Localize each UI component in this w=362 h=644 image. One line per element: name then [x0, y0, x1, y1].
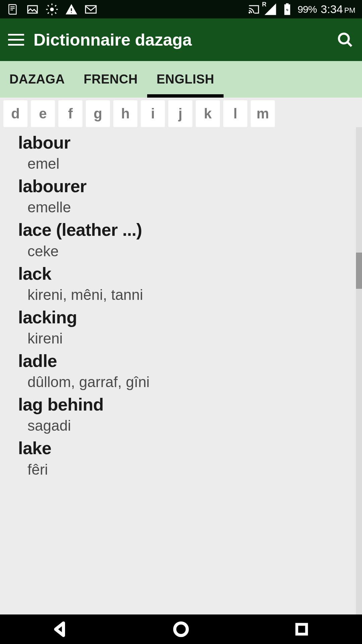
battery-icon: [281, 3, 294, 16]
status-bar: R 99% 3:34PM: [0, 0, 362, 18]
alpha-letter-k[interactable]: k: [196, 100, 220, 127]
svg-rect-0: [28, 5, 38, 13]
list-item[interactable]: laboureremelle: [18, 177, 362, 216]
tab-french[interactable]: FRENCH: [74, 61, 147, 98]
entry-headword: lace (leather ...): [18, 220, 362, 239]
alpha-letter-j[interactable]: j: [168, 100, 192, 127]
svg-rect-6: [286, 3, 288, 5]
android-nav-bar: [0, 614, 362, 644]
svg-rect-3: [85, 5, 96, 13]
recent-apps-button[interactable]: [287, 619, 317, 639]
entries-container: labouremellaboureremellelace (leather ..…: [0, 127, 362, 614]
app-title: Dictionnaire dazaga: [34, 30, 327, 50]
svg-point-7: [339, 34, 349, 43]
status-left-icons: [7, 3, 97, 16]
search-button[interactable]: [337, 31, 354, 49]
clock-time: 3:34PM: [321, 3, 355, 16]
alpha-letter-i[interactable]: i: [141, 100, 165, 127]
signal-icon: R: [264, 3, 277, 16]
entry-definition: emelle: [27, 198, 362, 216]
language-tabs: DAZAGAFRENCHENGLISH: [0, 61, 362, 98]
book-icon: [7, 3, 19, 16]
list-item[interactable]: lackkireni, mêni, tanni: [18, 264, 362, 304]
app-header: Dictionnaire dazaga: [0, 18, 362, 61]
entry-headword: lack: [18, 264, 362, 283]
entry-headword: lacking: [18, 308, 362, 327]
entry-definition: kireni: [27, 329, 362, 347]
status-right: R 99% 3:34PM: [247, 3, 355, 16]
svg-point-2: [71, 12, 72, 13]
mail-icon: [84, 3, 97, 16]
alpha-letter-m[interactable]: m: [251, 100, 275, 127]
svg-rect-9: [297, 624, 306, 634]
tab-english[interactable]: ENGLISH: [147, 61, 224, 98]
alpha-letter-e[interactable]: e: [31, 100, 55, 127]
entry-definition: sagadi: [27, 416, 362, 435]
menu-button[interactable]: [8, 32, 24, 48]
entry-headword: ladle: [18, 352, 362, 371]
alpha-letter-h[interactable]: h: [113, 100, 137, 127]
image-icon: [26, 3, 39, 16]
list-item[interactable]: lag behindsagadi: [18, 395, 362, 435]
cast-icon: [247, 3, 260, 16]
svg-point-8: [175, 623, 187, 635]
entry-headword: labour: [18, 133, 362, 152]
warning-icon: [65, 3, 78, 16]
svg-point-4: [249, 12, 250, 13]
alpha-letter-d[interactable]: d: [3, 100, 27, 127]
entry-headword: labourer: [18, 177, 362, 196]
entry-definition: ceke: [27, 242, 362, 260]
list-item[interactable]: lakefêri: [18, 439, 362, 478]
battery-percent: 99%: [298, 4, 317, 15]
alpha-letter-g[interactable]: g: [86, 100, 110, 127]
entry-definition: emel: [27, 154, 362, 173]
entry-headword: lag behind: [18, 395, 362, 414]
back-button[interactable]: [45, 619, 75, 639]
list-item[interactable]: ladledûllom, garraf, gîni: [18, 352, 362, 391]
home-button[interactable]: [166, 619, 196, 639]
entry-headword: lake: [18, 439, 362, 458]
entry-definition: fêri: [27, 460, 362, 479]
tab-dazaga[interactable]: DAZAGA: [0, 61, 74, 98]
list-item[interactable]: lace (leather ...)ceke: [18, 220, 362, 260]
alpha-letter-l[interactable]: l: [223, 100, 247, 127]
entry-definition: dûllom, garraf, gîni: [27, 373, 362, 391]
entries-list[interactable]: labouremellaboureremellelace (leather ..…: [0, 127, 362, 614]
alphabet-index-row: defghijklm: [0, 98, 362, 127]
list-item[interactable]: lackingkireni: [18, 308, 362, 347]
svg-point-1: [50, 8, 54, 11]
gear-icon: [46, 3, 58, 16]
list-item[interactable]: labouremel: [18, 133, 362, 173]
signal-badge: R: [262, 1, 266, 8]
entry-definition: kireni, mêni, tanni: [27, 285, 362, 304]
alpha-letter-f[interactable]: f: [58, 100, 82, 127]
